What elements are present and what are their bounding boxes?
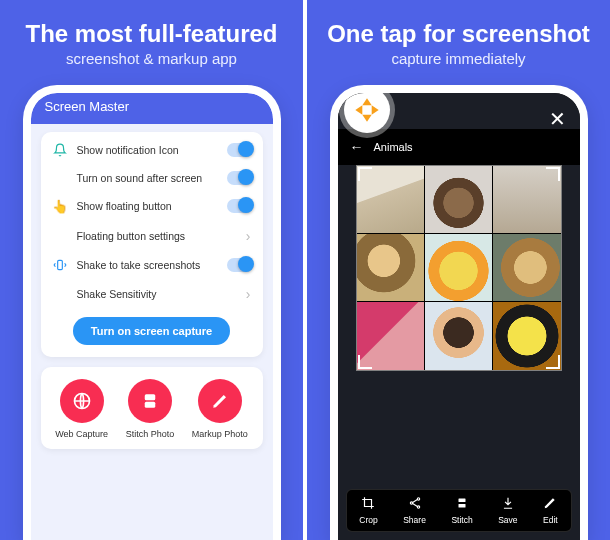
tool-label: Stitch Photo	[126, 429, 175, 439]
phone-mock-right: ✕ ← Animals	[330, 85, 588, 540]
subheadline: screenshot & markup app	[66, 50, 237, 67]
globe-icon	[60, 379, 104, 423]
crop-handle-tr[interactable]	[546, 167, 560, 181]
toggle-switch[interactable]	[227, 199, 253, 213]
gallery-thumb[interactable]	[425, 302, 492, 369]
capture-cta-button[interactable]: Turn on screen capture	[73, 317, 230, 345]
gallery-title: Animals	[374, 141, 413, 153]
shutter-button[interactable]	[344, 87, 390, 133]
gallery-header: ← Animals	[338, 129, 580, 165]
crop-handle-bl[interactable]	[358, 355, 372, 369]
setting-label: Turn on sound after screen	[77, 172, 219, 184]
crop-handle-tl[interactable]	[358, 167, 372, 181]
bell-icon	[51, 143, 69, 157]
toolbar-save[interactable]: Save	[498, 496, 517, 525]
toolbar-crop[interactable]: Crop	[359, 496, 377, 525]
toolbar-share[interactable]: Share	[403, 496, 426, 525]
setting-label: Show notification Icon	[77, 144, 219, 156]
toggle-switch[interactable]	[227, 171, 253, 185]
tool-label: Web Capture	[55, 429, 108, 439]
settings-card: Show notification Icon Turn on sound aft…	[41, 132, 263, 357]
capture-crop-frame[interactable]	[356, 165, 562, 371]
toolbar-stitch[interactable]: Stitch	[451, 496, 472, 525]
gallery-thumb[interactable]	[425, 166, 492, 233]
close-icon[interactable]: ✕	[549, 107, 566, 131]
crop-icon	[359, 496, 377, 513]
gallery-thumb[interactable]	[357, 234, 424, 301]
setting-row[interactable]: Show notification Icon	[51, 136, 253, 164]
gallery-thumb[interactable]	[425, 234, 492, 301]
stitch-icon	[128, 379, 172, 423]
tools-card: Web Capture Stitch Photo Markup Photo	[41, 367, 263, 449]
hand-icon: 👆	[51, 199, 69, 214]
pencil-icon	[198, 379, 242, 423]
setting-label: Shake Sensitivity	[77, 288, 238, 300]
toolbar-edit[interactable]: Edit	[543, 496, 558, 525]
tool-stitch-photo[interactable]: Stitch Photo	[126, 379, 175, 439]
svg-point-7	[417, 506, 419, 508]
edit-icon	[543, 496, 558, 513]
svg-rect-2	[145, 394, 156, 400]
setting-row[interactable]: Shake to take screenshots	[51, 251, 253, 279]
save-icon	[498, 496, 517, 513]
subheadline: capture immediately	[391, 50, 525, 67]
gallery-thumb[interactable]	[493, 234, 560, 301]
svg-point-5	[417, 498, 419, 500]
tool-markup-photo[interactable]: Markup Photo	[192, 379, 248, 439]
setting-row[interactable]: Shake Sensitivity ›	[51, 279, 253, 309]
svg-rect-8	[459, 499, 466, 503]
capture-toolbar: Crop Share Stitch	[346, 489, 572, 532]
setting-row[interactable]: Turn on sound after screen	[51, 164, 253, 192]
promo-panel-right: One tap for screenshot capture immediate…	[303, 0, 610, 540]
app-title: Screen Master	[31, 93, 273, 124]
stitch-icon	[451, 496, 472, 513]
chevron-right-icon: ›	[246, 286, 251, 302]
toolbar-label: Share	[403, 515, 426, 525]
toggle-switch[interactable]	[227, 258, 253, 272]
promo-panel-left: The most full-featured screenshot & mark…	[0, 0, 303, 540]
svg-rect-0	[57, 260, 62, 269]
setting-label: Floating button settings	[77, 230, 238, 242]
toolbar-label: Stitch	[451, 515, 472, 525]
shake-icon	[51, 258, 69, 272]
chevron-right-icon: ›	[246, 228, 251, 244]
back-arrow-icon[interactable]: ←	[350, 139, 364, 155]
share-icon	[403, 496, 426, 513]
toolbar-label: Save	[498, 515, 517, 525]
setting-label: Shake to take screenshots	[77, 259, 219, 271]
tool-label: Markup Photo	[192, 429, 248, 439]
svg-rect-9	[459, 504, 466, 508]
setting-row[interactable]: Floating button settings ›	[51, 221, 253, 251]
toolbar-label: Crop	[359, 515, 377, 525]
gallery-grid	[356, 165, 562, 371]
headline: One tap for screenshot	[327, 20, 590, 48]
headline: The most full-featured	[25, 20, 277, 48]
crop-handle-br[interactable]	[546, 355, 560, 369]
toolbar-label: Edit	[543, 515, 558, 525]
setting-label: Show floating button	[77, 200, 219, 212]
phone-mock-left: Screen Master Show notification Icon Tur…	[23, 85, 281, 540]
svg-rect-3	[145, 401, 156, 407]
tool-web-capture[interactable]: Web Capture	[55, 379, 108, 439]
toggle-switch[interactable]	[227, 143, 253, 157]
svg-point-6	[410, 502, 412, 504]
setting-row[interactable]: 👆 Show floating button	[51, 192, 253, 221]
svg-point-4	[363, 106, 370, 113]
